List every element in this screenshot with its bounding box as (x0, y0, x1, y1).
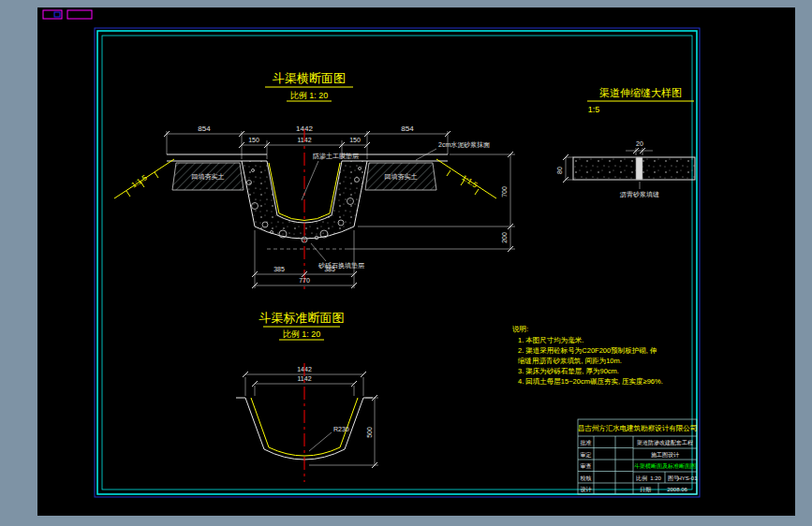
standard-scale: 比例 1: 20 (283, 329, 321, 339)
sign-row-4: 设计 (581, 486, 592, 492)
cad-sheet: 斗渠横断面图 比例 1: 20 854 1442 854 (0, 0, 812, 526)
fill-label-left: 回填夯实土 (192, 173, 225, 181)
embankment-left: 回填夯实土 (172, 163, 244, 190)
dim-depth: 700 (501, 186, 508, 197)
date-label: 日期 (640, 487, 651, 493)
mortar-label: 2cm水泥砂浆抹面 (438, 141, 490, 149)
dim-joint-gap: 20 (636, 140, 643, 147)
note-line-5: 4. 回填土每层15~20cm碾压夯实, 压实度≥96%. (518, 377, 663, 386)
dim-flange-left: 150 (248, 137, 259, 143)
joint-gap (636, 157, 642, 180)
cross-section-scale: 比例 1: 20 (290, 91, 329, 100)
company-name: 昌吉州方汇水电建筑勘察设计有限公司 (578, 424, 698, 432)
dim-joint-thickness: 80 (556, 167, 563, 174)
dim-top-right: 854 (401, 124, 414, 133)
notes-header: 说明: (512, 325, 528, 333)
filler-label: 沥青砂浆填缝 (619, 191, 659, 198)
project-name: 渠道防渗改建配套工程 (637, 439, 693, 446)
sign-row-0: 批准 (581, 440, 592, 446)
joint-scale: 1:5 (588, 105, 600, 114)
dim-flange-right: 150 (349, 137, 361, 143)
cross-section-title: 斗渠横断面图 (272, 71, 346, 85)
design-stage: 施工图设计 (651, 451, 679, 459)
date-value: 2008.06 (667, 487, 687, 492)
drawing-no-value: HYS-01 (677, 475, 698, 481)
sign-row-2: 审查 (581, 462, 592, 469)
standard-title: 斗渠标准断面图 (258, 311, 345, 325)
dim-std-depth: 500 (366, 427, 373, 438)
joint-title: 渠道伸缩缝大样图 (599, 87, 682, 98)
joint-slab (573, 157, 695, 180)
scale-value: 1:20 (650, 475, 661, 481)
drawing-title: 斗渠横断面及标准断面图 (634, 462, 696, 470)
dim-bottom-right: 385 (324, 266, 335, 272)
sign-row-1: 审定 (581, 451, 592, 459)
note-line-4: 3. 渠床为砂砾石垫层, 厚为90cm. (518, 367, 619, 375)
dim-bottom-left: 385 (273, 266, 285, 272)
note-line-2: 2. 渠道采用砼标号为C20F200预制板护砌, 伸 (518, 346, 657, 355)
note-line-3: 缩缝用沥青砂浆填筑, 间距为10m. (518, 357, 622, 365)
note-line-1: 1. 本图尺寸均为毫米. (518, 336, 583, 344)
fill-label-right: 回填夯实土 (385, 173, 418, 181)
dim-cushion-h: 200 (501, 232, 508, 243)
dim-std-radius: R230 (333, 426, 349, 432)
membrane-label: 防渗土工膜垫层 (313, 153, 359, 160)
dim-top-left: 854 (198, 124, 211, 133)
sign-row-3: 校核 (580, 475, 592, 481)
dim-bottom-total: 770 (299, 277, 310, 284)
embankment-right: 回填夯实土 (365, 163, 436, 190)
scale-label: 比例 (636, 475, 647, 482)
